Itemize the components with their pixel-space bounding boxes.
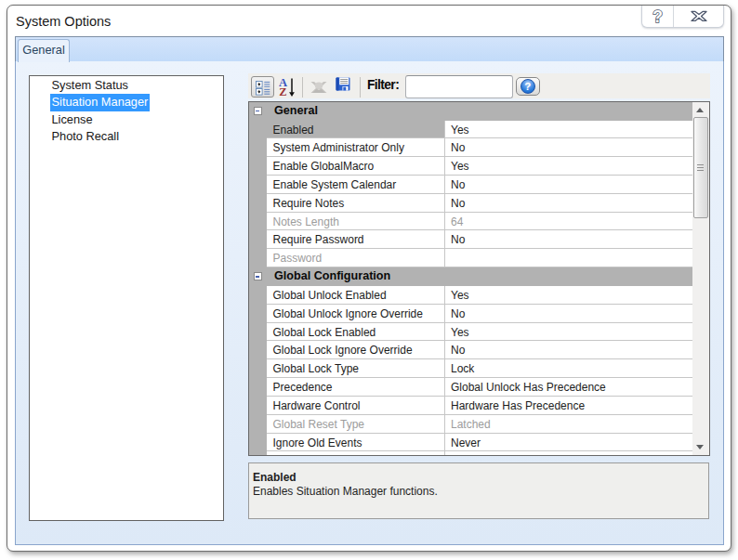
svg-text:?: ? [652,7,663,26]
svg-text:Z: Z [279,85,286,98]
